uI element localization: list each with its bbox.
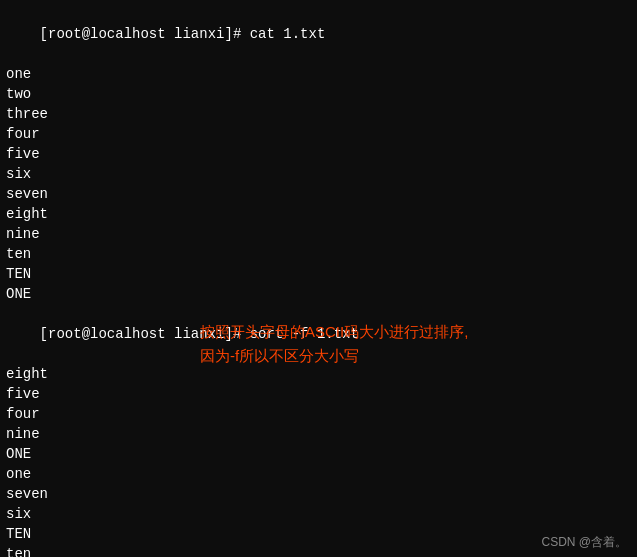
output-text: TEN [6, 266, 31, 282]
output-text: ten [6, 546, 31, 557]
prompt-hash-1: # [233, 26, 250, 42]
output-text: seven [6, 486, 48, 502]
output-line: one [6, 464, 631, 484]
output-line: nine [6, 224, 631, 244]
prompt-bracket-close-1: ] [224, 26, 232, 42]
prompt-cmd-1: cat 1.txt [250, 26, 326, 42]
output-line: ONE [6, 444, 631, 464]
prompt-bracket-open: [ [40, 26, 48, 42]
output-line: five [6, 144, 631, 164]
prompt-line-1: [root@localhost lianxi]# cat 1.txt [6, 4, 631, 64]
annotation-line1: 按照开头字母的ASCII码大小进行过排序, [200, 320, 468, 344]
output-line: one [6, 64, 631, 84]
output-text: one [6, 466, 31, 482]
output-line: four [6, 404, 631, 424]
output-line: nine [6, 424, 631, 444]
prompt-user-2: root [48, 326, 82, 342]
prompt-path-1: lianxi [166, 26, 225, 42]
output-text: five [6, 386, 40, 402]
output-line: five [6, 384, 631, 404]
output-text: four [6, 406, 40, 422]
output-line: TEN [6, 264, 631, 284]
prompt-at-2: @ [82, 326, 90, 342]
output-text: eight [6, 366, 48, 382]
output-line: three [6, 104, 631, 124]
output-line: six [6, 164, 631, 184]
output-line: ONE [6, 284, 631, 304]
output-line: TEN [6, 524, 631, 544]
watermark: CSDN @含着。 [541, 534, 627, 551]
output-line: ten [6, 544, 631, 557]
output-line: two [6, 84, 631, 104]
output-text: five [6, 146, 40, 162]
output-text: nine [6, 426, 40, 442]
annotation: 按照开头字母的ASCII码大小进行过排序, 因为-f所以不区分大小写 [200, 320, 468, 368]
output-line: four [6, 124, 631, 144]
output-line: seven [6, 484, 631, 504]
output-text: two [6, 86, 31, 102]
output-line: eight [6, 204, 631, 224]
prompt-at-1: @ [82, 26, 90, 42]
output-text: nine [6, 226, 40, 242]
prompt-bracket-open-2: [ [40, 326, 48, 342]
annotation-line2: 因为-f所以不区分大小写 [200, 344, 468, 368]
output-text: ten [6, 246, 31, 262]
output-text: ONE [6, 446, 31, 462]
prompt-host-2: localhost [90, 326, 166, 342]
output-text: ONE [6, 286, 31, 302]
output-line: six [6, 504, 631, 524]
output-text: eight [6, 206, 48, 222]
output-line: seven [6, 184, 631, 204]
output-text: seven [6, 186, 48, 202]
output-text: one [6, 66, 31, 82]
prompt-user-1: root [48, 26, 82, 42]
output-text: six [6, 506, 31, 522]
output-text: four [6, 126, 40, 142]
output-text: TEN [6, 526, 31, 542]
output-text: six [6, 166, 31, 182]
output-text: three [6, 106, 48, 122]
prompt-host-1: localhost [90, 26, 166, 42]
output-line: ten [6, 244, 631, 264]
terminal: [root@localhost lianxi]# cat 1.txt one t… [0, 0, 637, 557]
